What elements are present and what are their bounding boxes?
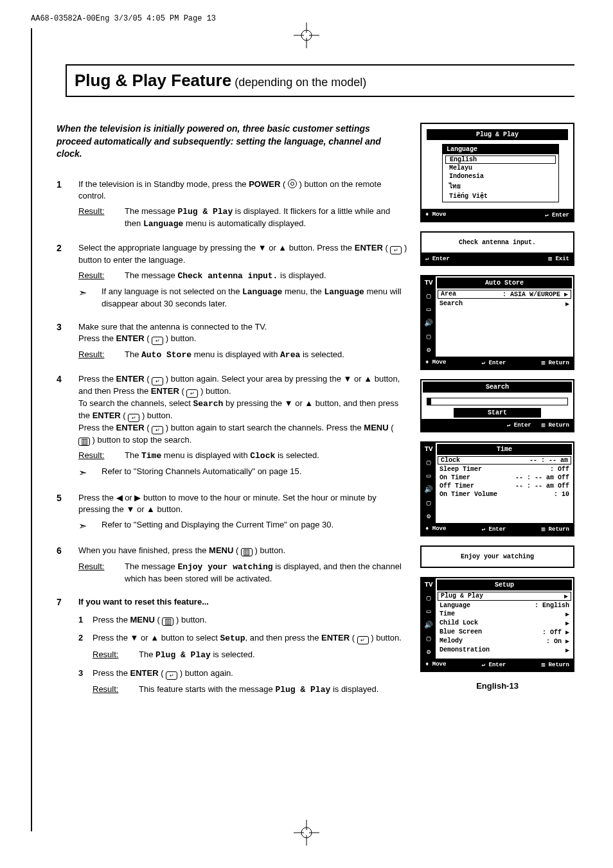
- note-arrow-icon: ➣: [78, 286, 102, 310]
- search-progress: [427, 398, 568, 405]
- sound-icon: ▭: [427, 305, 431, 314]
- doc-header-meta: AA68-03582A-00Eng 3/3/05 4:05 PM Page 13: [31, 14, 216, 23]
- step-5: 5 Press the ◀ or ▶ button to move to the…: [57, 492, 407, 534]
- lang-english: English: [445, 155, 556, 164]
- title-box: Plug & Play Feature (depending on the mo…: [66, 64, 574, 97]
- page-number: English-13: [420, 681, 574, 691]
- screen-plug-and-play: Plug & Play Language English Melayu Indo…: [420, 123, 574, 222]
- enter-icon: ↵: [357, 636, 369, 644]
- picture-icon: ▢: [427, 292, 431, 300]
- aspect-icon: ▢: [427, 332, 431, 341]
- page-title: Plug & Play Feature: [75, 71, 231, 90]
- settings-icon: ⚙: [427, 346, 431, 354]
- step-1: 1 If the television is in Standby mode, …: [57, 179, 407, 231]
- enter-icon: ↵: [166, 671, 177, 680]
- lang-melayu: Melayu: [443, 164, 558, 172]
- note-arrow-icon: ➣: [78, 519, 102, 533]
- menu-icon: [241, 548, 253, 556]
- step-6: 6 When you have finished, press the MENU…: [57, 545, 407, 585]
- screen-search: Search Start ↵ Enter ▥ Return: [420, 379, 574, 432]
- step-3: 3 Make sure that the antenna is connecte…: [57, 321, 407, 361]
- screen-enjoy: Enjoy your watching: [420, 545, 574, 568]
- enter-icon: ↵: [152, 337, 163, 345]
- screen-time: TV▢▭🔊▢⚙ Time Clock-- : -- am Sleep Timer…: [420, 441, 574, 536]
- enter-icon: ↵: [186, 389, 198, 398]
- speaker-icon: 🔊: [424, 319, 433, 327]
- power-icon: [288, 179, 297, 188]
- screen-setup: TV▢▭🔊▢⚙ Setup Plug & Play▶ Language: Eng…: [420, 577, 574, 672]
- page-subtitle: (depending on the model): [231, 76, 366, 89]
- lang-indonesia: Indonesia: [443, 172, 558, 181]
- menu-icon: [162, 617, 173, 626]
- left-rule: [31, 28, 32, 831]
- note-arrow-icon: ➣: [78, 466, 102, 480]
- step-7: 7 If you want to reset this feature... 1…: [57, 596, 407, 696]
- step-number: 1: [57, 179, 78, 231]
- screen-check-antenna: Check antenna input. ↵ Enter ▥ Exit: [420, 231, 574, 266]
- crop-mark-top: [294, 22, 319, 48]
- enter-icon: ↵: [152, 426, 163, 434]
- result-label: Result:: [78, 206, 125, 230]
- menu-icon: [78, 438, 90, 446]
- lang-viet: Tiếng Việt: [443, 191, 558, 200]
- step-2: 2 Select the appropriate language by pre…: [57, 242, 407, 310]
- enter-icon: ↵: [152, 377, 163, 385]
- step-4: 4 Press the ENTER ( ↵ ) button again. Se…: [57, 373, 407, 481]
- enter-icon: ↵: [390, 246, 402, 254]
- screen-sidebar: TV ▢ ▭ 🔊 ▢ ⚙: [422, 276, 436, 357]
- intro-text: When the television is initially powered…: [57, 123, 407, 161]
- enter-icon: ↵: [128, 414, 139, 422]
- lang-thai: ไทย: [443, 181, 558, 191]
- screen-auto-store: TV ▢ ▭ 🔊 ▢ ⚙ Auto Store Area: ASIA W/EUR…: [420, 275, 574, 370]
